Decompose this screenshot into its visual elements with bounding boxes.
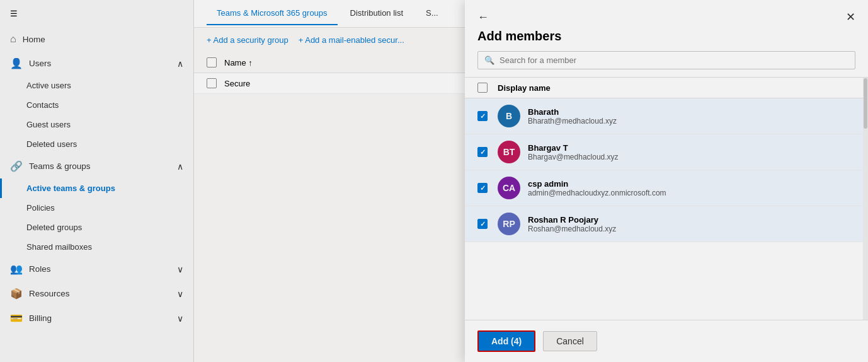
select-all-checkbox[interactable] — [207, 57, 217, 67]
sidebar-section-label: Users — [29, 59, 51, 68]
chevron-up-icon: ∧ — [177, 59, 183, 69]
scrollbar-thumb[interactable] — [864, 78, 867, 129]
teams-icon: 🔗 — [10, 160, 23, 172]
sidebar-item-guest-users[interactable]: Guest users — [0, 115, 193, 134]
sidebar-item-label: Home — [23, 35, 45, 44]
member-checkbox[interactable] — [477, 111, 488, 121]
cancel-button-label: Cancel — [556, 336, 584, 346]
chevron-down-icon: ∨ — [177, 289, 183, 299]
add-mail-enabled-button[interactable]: + Add a mail-enabled secur... — [299, 35, 404, 45]
sidebar-item-deleted-groups[interactable]: Deleted groups — [0, 218, 193, 237]
member-name: Bharath — [528, 107, 617, 117]
sidebar-section-users[interactable]: 👤 Users ∧ — [0, 51, 193, 76]
sidebar-item-active-teams[interactable]: Active teams & groups — [0, 178, 193, 198]
add-button-label: Add (4) — [491, 336, 522, 346]
roles-icon: 👥 — [10, 263, 23, 275]
member-info: csp adminadmin@medhacloudxyz.onmicrosoft… — [528, 179, 666, 197]
add-security-group-button[interactable]: + Add a security group — [207, 35, 288, 45]
search-icon: 🔍 — [484, 55, 494, 65]
sidebar-item-active-users[interactable]: Active users — [0, 76, 193, 95]
member-avatar: CA — [498, 177, 520, 199]
cancel-button[interactable]: Cancel — [543, 331, 597, 351]
main-content: Teams & Microsoft 365 groups Distributio… — [194, 0, 868, 362]
panel-header: ← ✕ — [465, 0, 868, 29]
hamburger-icon[interactable]: ☰ — [0, 0, 193, 27]
group-name: Secure — [224, 79, 250, 88]
sidebar-item-policies[interactable]: Policies — [0, 198, 193, 218]
scrollbar-track[interactable] — [863, 78, 868, 320]
add-members-panel: ← ✕ Add members 🔍 Display name BBharathB… — [465, 0, 868, 362]
billing-icon: 💳 — [10, 312, 23, 324]
sidebar-section-resources[interactable]: 📦 Resources ∨ — [0, 281, 193, 306]
sidebar: ☰ ⌂ Home 👤 Users ∧ Active users Contacts… — [0, 0, 194, 362]
member-checkbox[interactable] — [477, 183, 488, 193]
member-avatar: B — [498, 105, 520, 127]
search-box-container: 🔍 — [465, 51, 868, 77]
name-column-header: Name ↑ — [224, 58, 253, 67]
member-info: Roshan R PoojaryRoshan@medhacloud.xyz — [528, 215, 616, 233]
display-name-column-header: Display name — [498, 83, 551, 93]
sidebar-item-home[interactable]: ⌂ Home — [0, 27, 193, 51]
sidebar-item-shared-mailboxes[interactable]: Shared mailboxes — [0, 237, 193, 257]
sidebar-item-deleted-users[interactable]: Deleted users — [0, 134, 193, 154]
member-email: Roshan@medhacloud.xyz — [528, 225, 616, 233]
sidebar-section-label: Billing — [29, 313, 52, 323]
sidebar-item-contacts[interactable]: Contacts — [0, 95, 193, 115]
panel-footer: Add (4) Cancel — [465, 320, 868, 362]
chevron-down-icon: ∨ — [177, 313, 183, 324]
tab-distribution[interactable]: Distribution list — [340, 2, 414, 25]
member-list-header: Display name — [465, 78, 868, 98]
panel-close-button[interactable]: ✕ — [846, 10, 855, 24]
resources-icon: 📦 — [10, 288, 23, 300]
member-name: csp admin — [528, 179, 666, 189]
member-row: CAcsp adminadmin@medhacloudxyz.onmicroso… — [465, 170, 868, 206]
home-icon: ⌂ — [10, 33, 16, 45]
member-row: BTBhargav TBhargav@medhacloud.xyz — [465, 134, 868, 170]
member-avatar: RP — [498, 213, 520, 235]
member-email: Bharath@medhacloud.xyz — [528, 117, 617, 126]
member-name: Bhargav T — [528, 143, 619, 153]
member-email: admin@medhacloudxyz.onmicrosoft.com — [528, 189, 666, 197]
sidebar-section-label: Roles — [29, 264, 51, 274]
tab-teams-ms365[interactable]: Teams & Microsoft 365 groups — [207, 2, 338, 25]
member-row: BBharathBharath@medhacloud.xyz — [465, 98, 868, 134]
member-info: Bhargav TBhargav@medhacloud.xyz — [528, 143, 619, 161]
row-checkbox[interactable] — [207, 78, 217, 88]
member-avatar: BT — [498, 141, 520, 163]
member-row: RPRoshan R PoojaryRoshan@medhacloud.xyz — [465, 206, 868, 242]
chevron-down-icon: ∨ — [177, 264, 183, 274]
add-button[interactable]: Add (4) — [477, 330, 535, 352]
sidebar-section-billing[interactable]: 💳 Billing ∨ — [0, 306, 193, 330]
select-all-members-checkbox[interactable] — [477, 83, 488, 93]
sidebar-section-label: Resources — [29, 289, 70, 298]
users-icon: 👤 — [10, 57, 23, 69]
member-list: Display name BBharathBharath@medhacloud.… — [465, 77, 868, 320]
search-box: 🔍 — [477, 51, 855, 69]
sidebar-section-teams-groups[interactable]: 🔗 Teams & groups ∧ — [0, 154, 193, 178]
member-checkbox[interactable] — [477, 219, 488, 229]
sidebar-section-label: Teams & groups — [29, 161, 91, 171]
member-rows: BBharathBharath@medhacloud.xyzBTBhargav … — [465, 98, 868, 242]
member-email: Bhargav@medhacloud.xyz — [528, 153, 619, 161]
chevron-up-icon: ∧ — [177, 161, 183, 172]
member-name: Roshan R Poojary — [528, 215, 616, 225]
member-info: BharathBharath@medhacloud.xyz — [528, 107, 617, 126]
member-checkbox[interactable] — [477, 147, 488, 157]
panel-back-button[interactable]: ← — [477, 11, 489, 24]
search-input[interactable] — [500, 55, 848, 65]
panel-title: Add members — [465, 29, 868, 51]
tab-security[interactable]: S... — [416, 2, 448, 25]
sidebar-section-roles[interactable]: 👥 Roles ∨ — [0, 257, 193, 281]
